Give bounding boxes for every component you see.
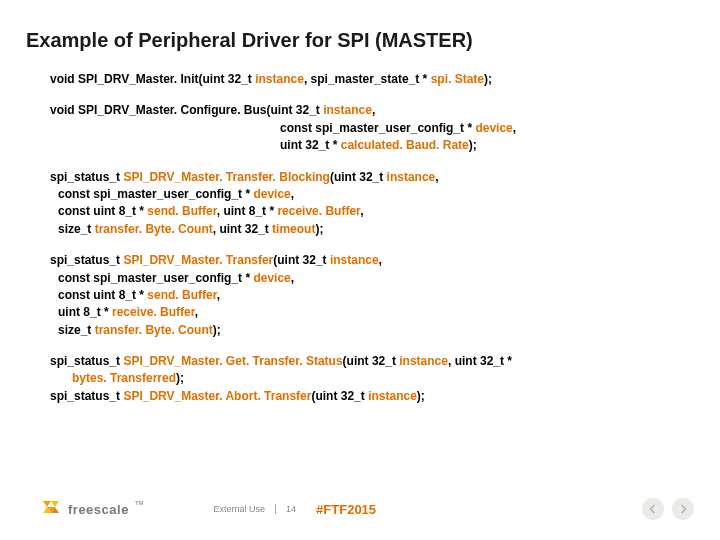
code-param: device (475, 121, 512, 135)
code-block-5: spi_status_t SPI_DRV_Master. Get. Transf… (50, 353, 694, 405)
code-text: ); (213, 323, 221, 337)
slide-body: void SPI_DRV_Master. Init(uint 32_t inst… (26, 71, 694, 405)
logo-tm: TM (135, 500, 144, 506)
code-block-1: void SPI_DRV_Master. Init(uint 32_t inst… (50, 71, 694, 88)
code-text: const spi_master_user_config_t * (58, 271, 250, 285)
code-text: spi_status_t (50, 389, 120, 403)
code-text: , spi_master_state_t * (304, 72, 427, 86)
code-text: const spi_master_user_config_t * (280, 121, 472, 135)
code-fn: SPI_DRV_Master. Get. Transfer. Status (123, 354, 342, 368)
code-param: transfer. Byte. Count (95, 323, 213, 337)
code-text: , uint 8_t * (217, 204, 274, 218)
code-text: const uint 8_t * (58, 204, 144, 218)
code-param: instance (399, 354, 448, 368)
code-fn: SPI_DRV_Master. Transfer. Blocking (123, 170, 330, 184)
code-text: ); (469, 138, 477, 152)
code-text: const uint 8_t * (58, 288, 144, 302)
divider (275, 504, 276, 514)
code-text: , (513, 121, 516, 135)
code-param: transfer. Byte. Count (95, 222, 213, 236)
code-text: , uint 32_t (213, 222, 269, 236)
code-block-4: spi_status_t SPI_DRV_Master. Transfer(ui… (50, 252, 694, 339)
chevron-right-icon (678, 504, 688, 514)
code-text: , (379, 253, 382, 267)
code-text: (uint 32_t (330, 170, 383, 184)
code-text: void SPI_DRV_Master. Configure. Bus(uint… (50, 103, 320, 117)
logo-mark-icon (40, 498, 62, 520)
code-text: ); (315, 222, 323, 236)
code-text: spi_status_t (50, 253, 120, 267)
code-text: uint 8_t * (58, 305, 109, 319)
code-text: spi_status_t (50, 354, 120, 368)
code-param: instance (323, 103, 372, 117)
external-use-label: External Use (214, 504, 266, 514)
logo-text: freescale (68, 502, 129, 517)
next-button[interactable] (672, 498, 694, 520)
code-param: calculated. Baud. Rate (341, 138, 469, 152)
code-block-3: spi_status_t SPI_DRV_Master. Transfer. B… (50, 169, 694, 239)
code-text: (uint 32_t (343, 354, 396, 368)
code-text: (uint 32_t (311, 389, 364, 403)
code-text: , (360, 204, 363, 218)
code-text: size_t (58, 323, 91, 337)
code-text: void SPI_DRV_Master. Init(uint 32_t (50, 72, 252, 86)
code-param: receive. Buffer (112, 305, 195, 319)
code-text: ); (484, 72, 492, 86)
code-param: bytes. Transferred (72, 371, 176, 385)
code-fn: SPI_DRV_Master. Transfer (123, 253, 273, 267)
hashtag: #FTF2015 (316, 502, 376, 517)
code-text: uint 32_t * (280, 138, 337, 152)
code-param: device (253, 271, 290, 285)
code-param: instance (255, 72, 304, 86)
code-text: , (372, 103, 375, 117)
code-param: send. Buffer (147, 204, 216, 218)
prev-button[interactable] (642, 498, 664, 520)
code-param: send. Buffer (147, 288, 216, 302)
logo: freescale TM (40, 498, 144, 520)
code-text: , (217, 288, 220, 302)
chevron-left-icon (648, 504, 658, 514)
code-text: , (291, 271, 294, 285)
code-param: device (253, 187, 290, 201)
code-param: spi. State (431, 72, 484, 86)
footer-meta: External Use 14 #FTF2015 (214, 502, 377, 517)
code-text: ); (417, 389, 425, 403)
page-number: 14 (286, 504, 296, 514)
code-param: instance (368, 389, 417, 403)
code-text: ); (176, 371, 184, 385)
code-block-2: void SPI_DRV_Master. Configure. Bus(uint… (50, 102, 694, 154)
slide-title: Example of Peripheral Driver for SPI (MA… (26, 28, 694, 53)
code-text: (uint 32_t (273, 253, 326, 267)
code-text: , (291, 187, 294, 201)
svg-marker-1 (51, 501, 59, 507)
code-param: instance (330, 253, 379, 267)
code-param: instance (387, 170, 436, 184)
footer: freescale TM External Use 14 #FTF2015 (40, 498, 376, 520)
code-text: , (195, 305, 198, 319)
code-fn: SPI_DRV_Master. Abort. Transfer (123, 389, 311, 403)
code-text: const spi_master_user_config_t * (58, 187, 250, 201)
code-text: spi_status_t (50, 170, 120, 184)
code-text: , (435, 170, 438, 184)
svg-marker-0 (43, 501, 51, 507)
nav (642, 498, 694, 520)
slide: Example of Peripheral Driver for SPI (MA… (0, 0, 720, 540)
code-text: , uint 32_t * (448, 354, 512, 368)
code-param: timeout (272, 222, 315, 236)
code-text: size_t (58, 222, 91, 236)
code-param: receive. Buffer (277, 204, 360, 218)
